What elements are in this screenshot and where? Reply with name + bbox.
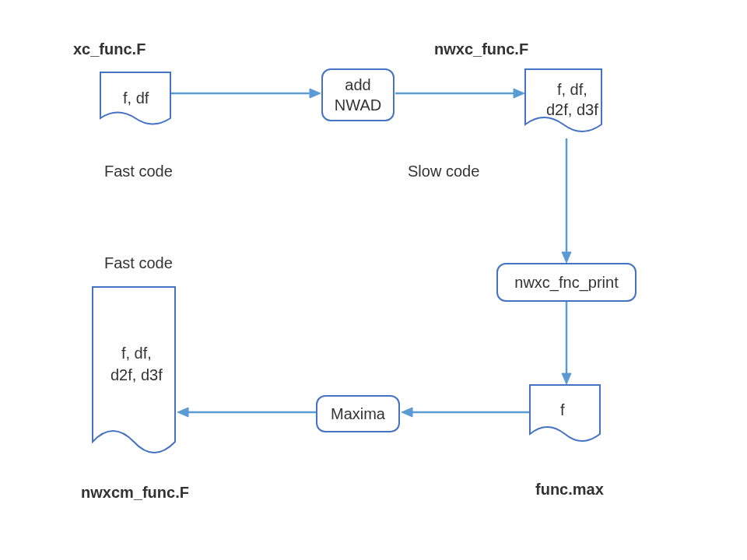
svg-marker-3 xyxy=(514,89,524,98)
arrow-1 xyxy=(171,86,323,101)
doc2-line2: d2f, d3f xyxy=(546,101,598,118)
proc-maxima: Maxima xyxy=(316,395,400,432)
doc-nwxcm-func-text: f, df, d2f, d3f xyxy=(110,342,163,386)
arrow-5 xyxy=(400,404,531,420)
nwxc-fnc-print-text: nwxc_fnc_print xyxy=(514,272,618,292)
arrow-2 xyxy=(395,86,526,101)
proc-add-nwad: add NWAD xyxy=(321,68,395,121)
svg-marker-5 xyxy=(562,252,571,263)
doc2-line1: f, df, xyxy=(557,81,587,98)
label-func-max: func.max xyxy=(535,481,604,499)
arrow-4 xyxy=(559,302,574,386)
doc-nwxc-func-text: f, df, d2f, d3f xyxy=(546,79,598,120)
label-xc-func: xc_func.F xyxy=(73,40,146,58)
doc-func-max xyxy=(529,384,601,450)
doc3-line1: f, df, xyxy=(121,345,152,362)
arrow-3 xyxy=(559,138,574,264)
label-nwxcm-func: nwxcm_func.F xyxy=(81,484,189,502)
svg-marker-1 xyxy=(310,89,321,98)
doc-xc-func-text: f, df xyxy=(123,89,149,107)
svg-marker-9 xyxy=(402,408,412,417)
arrow-6 xyxy=(176,404,317,420)
svg-marker-11 xyxy=(177,408,188,417)
add-nwad-line2: NWAD xyxy=(335,96,381,114)
label-slow-code: Slow code xyxy=(408,163,479,180)
label-nwxc-func: nwxc_func.F xyxy=(434,40,528,58)
proc-nwxc-fnc-print: nwxc_fnc_print xyxy=(496,263,637,302)
label-fast-code-1: Fast code xyxy=(104,163,173,180)
label-fast-code-2: Fast code xyxy=(104,254,173,272)
svg-marker-7 xyxy=(562,373,571,384)
maxima-text: Maxima xyxy=(331,404,385,424)
add-nwad-line1: add xyxy=(345,76,370,93)
doc-func-max-text: f xyxy=(560,401,565,419)
doc3-line2: d2f, d3f xyxy=(110,366,163,383)
